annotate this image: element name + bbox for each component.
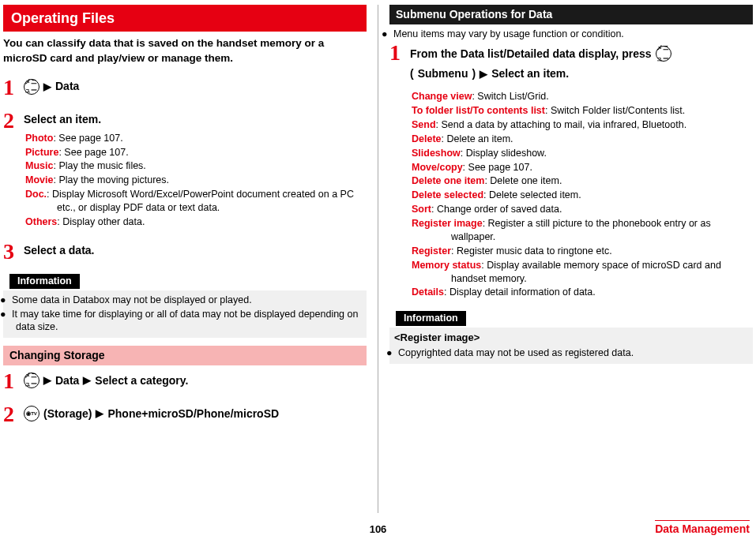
def-item: To folder list/To contents list: Switch … <box>412 104 753 118</box>
step-number: 1 <box>3 370 17 392</box>
submenu-step-1: 1 From the Data list/Detailed data displ… <box>389 42 753 301</box>
step-number: 3 <box>3 241 17 263</box>
step-title: Select an item. <box>24 112 367 127</box>
information-block: Information ●Some data in Databox may no… <box>3 274 367 339</box>
menu-icon-button: メニュー <box>24 373 39 388</box>
def-item: Send: Send a data by attaching to mail, … <box>412 118 753 132</box>
def-item: Change view: Switch List/Grid. <box>412 90 753 103</box>
def-item-doc: Doc.: Display Microsoft Word/Excel/Power… <box>25 188 367 215</box>
def-item: Delete one item: Delete one item. <box>412 174 753 188</box>
menu-icon-button: メニュー <box>656 46 671 62</box>
page-number: 106 <box>370 522 387 537</box>
information-body: <Register image> ●Copyrighted data may n… <box>389 328 753 363</box>
def-item-photo: Photo: See page 107. <box>25 132 367 145</box>
def-item: Register: Register music data to rington… <box>412 245 753 258</box>
left-column: Operating Files You can classify data th… <box>3 5 367 513</box>
def-item: Register image: Register a still picture… <box>412 217 753 244</box>
arrow-icon: ▶ <box>83 373 91 388</box>
def-item: Slideshow: Display slideshow. <box>412 147 753 160</box>
def-item: Sort: Change order of saved data. <box>412 203 753 216</box>
info-bullet: ●Some data in Databox may not be display… <box>8 294 362 307</box>
info-bullet: ●It may take time for displaying or all … <box>8 308 362 335</box>
step-number: 1 <box>3 77 17 99</box>
arrow-icon: ▶ <box>43 373 51 388</box>
definition-list: Photo: See page 107. Picture: See page 1… <box>25 132 367 229</box>
def-item-picture: Picture: See page 107. <box>25 146 367 159</box>
def-item-others: Others: Display other data. <box>25 215 367 229</box>
storage-step-1: 1 メニュー ▶ Data ▶ Select a category. <box>3 370 367 392</box>
menu-icon-button: メニュー <box>24 79 39 95</box>
section-name: Data Management <box>655 520 750 537</box>
column-separator <box>378 5 378 513</box>
register-image-heading: <Register image> <box>394 331 748 345</box>
step-number: 2 <box>3 110 17 230</box>
def-item: Delete selected: Delete selected item. <box>412 189 753 202</box>
nav-target: Data <box>55 373 79 388</box>
arrow-icon: ▶ <box>96 406 103 421</box>
nav-target: Data <box>55 79 79 94</box>
information-label: Information <box>9 274 80 289</box>
operating-files-header: Operating Files <box>3 5 367 32</box>
step-number: 1 <box>389 42 404 301</box>
paren-open: ( <box>410 64 414 84</box>
information-label: Information <box>396 311 466 326</box>
arrow-icon: ▶ <box>43 80 51 94</box>
def-item: Move/copy: See page 107. <box>412 161 753 174</box>
step-number: 2 <box>3 403 17 425</box>
submenu-def-list: Change view: Switch List/Grid. To folder… <box>412 90 753 299</box>
page: Operating Files You can classify data th… <box>0 0 756 513</box>
def-item: Memory status: Display available memory … <box>412 259 753 286</box>
def-item-music: Music: Play the music files. <box>25 159 367 173</box>
submenu-note: ●Menu items may vary by usage function o… <box>389 28 753 41</box>
tv-icon-button: ◉TV <box>24 406 39 421</box>
information-body: ●Some data in Databox may not be display… <box>3 290 367 339</box>
info-bullet: ●Copyrighted data may not be used as reg… <box>394 346 748 360</box>
right-column: Submenu Operations for Data ●Menu items … <box>389 5 753 513</box>
changing-storage-header: Changing Storage <box>3 346 367 365</box>
step-1: 1 メニュー ▶ Data <box>3 77 367 99</box>
storage-step-2: 2 ◉TV (Storage) ▶ Phone+microSD/Phone/mi… <box>3 403 367 425</box>
nav-target: Select an item. <box>491 64 569 84</box>
arrow-icon: ▶ <box>480 65 487 83</box>
nav-target: Select a category. <box>95 373 188 388</box>
paren-close: ) <box>472 64 476 84</box>
step-2: 2 Select an item. Photo: See page 107. P… <box>3 110 367 230</box>
page-footer: 106 Data Management <box>0 517 756 543</box>
step-3: 3 Select a data. <box>3 241 367 263</box>
def-item: Details: Display detail information of d… <box>412 286 753 299</box>
def-item: Delete: Delete an item. <box>412 133 753 146</box>
information-block-right: Information <Register image> ●Copyrighte… <box>389 311 753 363</box>
def-item-movie: Movie: Play the moving pictures. <box>25 174 367 187</box>
step-text: From the Data list/Detailed data display… <box>410 44 652 64</box>
step-title: Select a data. <box>24 243 367 258</box>
nav-target: Phone+microSD/Phone/microSD <box>107 406 279 421</box>
submenu-label: Submenu <box>418 64 468 84</box>
intro-text: You can classify data that is saved on t… <box>3 36 367 65</box>
submenu-operations-header: Submenu Operations for Data <box>389 5 753 24</box>
storage-label: (Storage) <box>43 406 92 421</box>
